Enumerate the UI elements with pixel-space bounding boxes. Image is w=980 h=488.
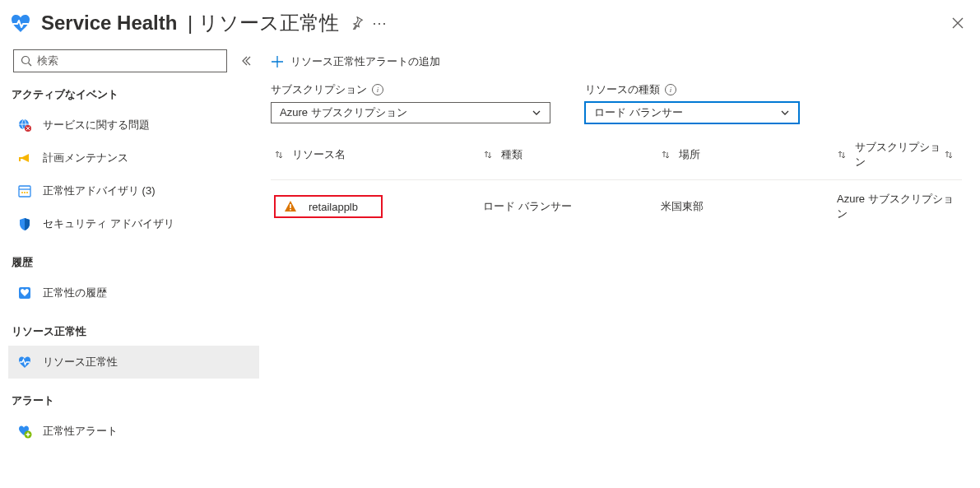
table-header: リソース名 種類 場所 サブスクリプション (271, 132, 962, 180)
highlighted-resource: retailapplb (274, 195, 383, 218)
sort-icon[interactable] (944, 150, 954, 160)
column-header-location[interactable]: 場所 (661, 140, 837, 170)
svg-point-0 (22, 57, 30, 64)
sidebar-item-planned-maintenance[interactable]: 計画メンテナンス (8, 142, 259, 174)
info-icon[interactable]: i (372, 84, 383, 95)
sort-icon[interactable] (274, 150, 284, 160)
info-icon[interactable]: i (665, 84, 676, 95)
more-icon[interactable]: ⋯ (372, 16, 388, 30)
subscription-select[interactable]: Azure サブスクリプション (271, 102, 550, 123)
warning-icon (284, 200, 297, 213)
nav-section-history: 履歴 (8, 240, 259, 277)
heart-plus-icon (16, 424, 33, 439)
megaphone-icon (16, 151, 33, 165)
collapse-sidebar-icon[interactable] (240, 55, 252, 67)
filter-resource-type-label: リソースの種類 i (585, 82, 799, 97)
nav-section-resource-health: リソース正常性 (8, 309, 259, 346)
column-header-name[interactable]: リソース名 (271, 140, 483, 170)
resource-type-select[interactable]: ロード バランサー (585, 102, 799, 123)
globe-alert-icon (16, 118, 33, 132)
plus-icon (271, 55, 284, 68)
column-header-subscription[interactable]: サブスクリプション (837, 140, 962, 170)
filter-bar: サブスクリプション i Azure サブスクリプション リソースの種類 i ロー… (271, 82, 962, 123)
cell-location: 米国東部 (661, 199, 837, 214)
filter-subscription-label: サブスクリプション i (271, 82, 550, 97)
sidebar-item-health-alerts[interactable]: 正常性アラート (8, 415, 259, 448)
svg-point-9 (26, 192, 28, 193)
sidebar: 検索 アクティブなイベント サービスに関する問題 計画メンテナンス 正常性アドバ… (0, 41, 259, 456)
filter-resource-type: リソースの種類 i ロード バランサー (585, 82, 799, 123)
column-header-type[interactable]: 種類 (483, 140, 661, 170)
close-icon[interactable] (952, 17, 964, 29)
pin-icon[interactable] (351, 16, 364, 30)
filter-subscription: サブスクリプション i Azure サブスクリプション (271, 82, 550, 123)
search-input[interactable]: 検索 (13, 49, 227, 72)
page-header: Service Health | リソース正常性 ⋯ (0, 0, 980, 41)
resource-table: リソース名 種類 場所 サブスクリプション (271, 132, 962, 233)
sidebar-item-health-advisories[interactable]: 正常性アドバイザリ (3) (8, 174, 259, 207)
add-alert-button[interactable]: リソース正常性アラートの追加 (271, 54, 440, 69)
sidebar-item-security-advisories[interactable]: セキュリティ アドバイザリ (8, 207, 259, 240)
heart-history-icon (16, 286, 33, 300)
svg-point-8 (24, 192, 26, 193)
chevron-down-icon (780, 108, 790, 118)
svg-line-1 (29, 63, 32, 67)
table-row[interactable]: retailapplb ロード バランサー 米国東部 Azure サブスクリプシ… (271, 180, 962, 233)
page-title: Service Health (41, 12, 177, 35)
svg-rect-13 (290, 209, 291, 211)
command-bar: リソース正常性アラートの追加 (271, 54, 962, 69)
sort-icon[interactable] (661, 150, 671, 160)
cell-type: ロード バランサー (483, 199, 661, 214)
cell-subscription: Azure サブスクリプション (837, 192, 962, 221)
nav-section-alerts: アラート (8, 379, 259, 415)
chevron-down-icon (532, 108, 541, 118)
svg-rect-5 (19, 186, 30, 197)
nav-section-active-events: アクティブなイベント (8, 72, 259, 109)
heartbeat-icon (16, 355, 33, 369)
service-health-icon (8, 11, 33, 35)
sidebar-item-resource-health[interactable]: リソース正常性 (8, 346, 259, 379)
sort-icon[interactable] (837, 150, 847, 160)
svg-point-7 (21, 192, 23, 193)
sort-icon[interactable] (483, 150, 493, 160)
main-content: リソース正常性アラートの追加 サブスクリプション i Azure サブスクリプシ… (259, 41, 980, 456)
sidebar-item-health-history[interactable]: 正常性の履歴 (8, 277, 259, 309)
sidebar-item-service-issues[interactable]: サービスに関する問題 (8, 109, 259, 142)
svg-rect-4 (19, 157, 21, 161)
calendar-icon (16, 184, 33, 198)
shield-icon (16, 216, 33, 231)
svg-rect-12 (290, 204, 291, 208)
cell-name: retailapplb (271, 195, 483, 218)
page-subtitle: | リソース正常性 (182, 10, 339, 36)
